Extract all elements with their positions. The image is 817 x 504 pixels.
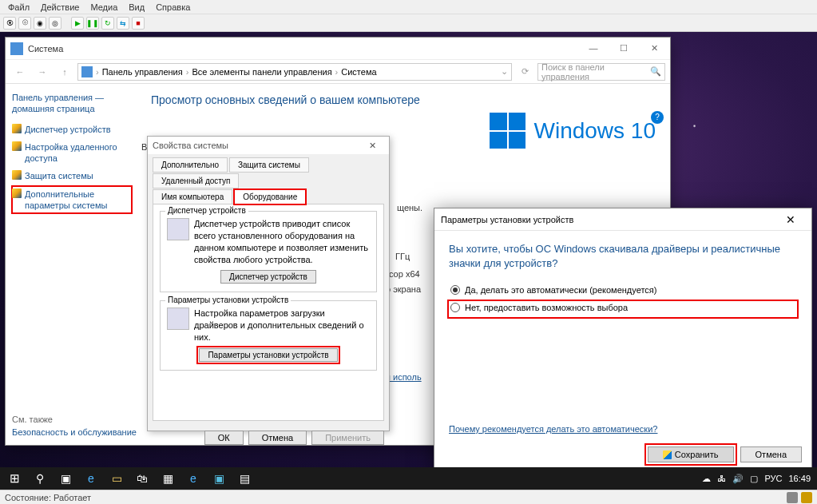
radio-no[interactable]: Нет, предоставить возможность выбора bbox=[449, 301, 797, 317]
app-icon[interactable]: ▦ bbox=[155, 467, 180, 490]
sidebar-security-link[interactable]: Безопасность и обслуживание bbox=[12, 427, 137, 437]
windows-logo-text: Windows 10 bbox=[533, 118, 656, 144]
sidebar-item-remote[interactable]: Настройка удаленного доступа bbox=[12, 139, 132, 167]
volume-icon[interactable]: 🔊 bbox=[732, 474, 744, 484]
install-params-icon bbox=[167, 308, 189, 330]
taskbar[interactable]: ⊞ ⚲ ▣ e ▭ 🛍 ▦ e ▣ ▤ ☁ 🖧 🔊 ▢ РУС 16:49 bbox=[0, 467, 817, 490]
menu-help[interactable]: Справка bbox=[151, 1, 195, 14]
sidebar-item-advanced[interactable]: Дополнительные параметры системы bbox=[12, 186, 132, 214]
ok-button[interactable]: ОК bbox=[204, 431, 244, 445]
why-recommended-link[interactable]: Почему рекомендуется делать это автомати… bbox=[449, 424, 657, 434]
tab-remote[interactable]: Удаленный доступ bbox=[153, 173, 239, 189]
breadcrumb-item[interactable]: Панель управления bbox=[102, 67, 183, 77]
revert-icon[interactable]: ⇆ bbox=[117, 17, 129, 30]
reset-icon[interactable]: ↻ bbox=[101, 17, 114, 30]
menu-action[interactable]: Действие bbox=[36, 1, 84, 14]
explorer-icon[interactable]: ▭ bbox=[104, 467, 129, 490]
window-title: Система bbox=[28, 44, 582, 54]
toolbar-icon[interactable]: ◉ bbox=[34, 17, 46, 30]
cancel-button[interactable]: Отмена bbox=[740, 446, 802, 462]
search-icon[interactable]: ⚲ bbox=[27, 467, 53, 490]
apply-button[interactable]: Применить bbox=[311, 431, 384, 445]
tab-protection[interactable]: Защита системы bbox=[229, 157, 309, 173]
maximize-button[interactable]: ☐ bbox=[613, 43, 635, 54]
radio-no-label: Нет, предоставить возможность выбора bbox=[465, 303, 628, 312]
sidebar-item-protection[interactable]: Защита системы bbox=[12, 168, 132, 184]
close-button[interactable]: ✕ bbox=[360, 141, 384, 151]
dialog-footer: ОК Отмена Применить bbox=[148, 426, 389, 450]
store-icon[interactable]: 🛍 bbox=[129, 467, 155, 490]
cancel-button[interactable]: Отмена bbox=[248, 431, 307, 445]
ie-icon[interactable]: e bbox=[180, 467, 206, 490]
tab-advanced[interactable]: Дополнительно bbox=[153, 157, 228, 173]
start-button[interactable]: ⊞ bbox=[2, 467, 27, 490]
titlebar[interactable]: Система — ☐ ✕ bbox=[6, 38, 670, 60]
dialog-titlebar[interactable]: Свойства системы ✕ bbox=[148, 137, 389, 154]
toolbar-icon[interactable]: ⦿ bbox=[3, 17, 16, 30]
edge-icon[interactable]: e bbox=[78, 467, 104, 490]
dialog-question: Вы хотите, чтобы ОС Windows скачивала др… bbox=[449, 242, 797, 271]
menu-view[interactable]: Вид bbox=[124, 1, 149, 14]
network-icon[interactable]: 🖧 bbox=[717, 474, 726, 483]
breadcrumb[interactable]: › Панель управления › Все элементы панел… bbox=[77, 63, 512, 81]
onedrive-icon[interactable]: ☁ bbox=[702, 474, 711, 484]
menu-file[interactable]: Файл bbox=[3, 1, 34, 14]
group-title: Параметры установки устройств bbox=[165, 296, 291, 304]
app-icon[interactable]: ▣ bbox=[206, 467, 232, 490]
computer-icon bbox=[81, 66, 93, 77]
forward-button[interactable]: → bbox=[33, 62, 52, 81]
group-text: Диспетчер устройств приводит список всег… bbox=[194, 218, 370, 265]
status-icon[interactable] bbox=[787, 492, 798, 503]
search-icon: 🔍 bbox=[650, 66, 661, 77]
nav-toolbar: ← → ↑ › Панель управления › Все элементы… bbox=[6, 60, 670, 84]
pause-icon[interactable]: ❚❚ bbox=[86, 17, 99, 30]
search-placeholder: Поиск в панели управления bbox=[541, 62, 647, 81]
status-value: Работает bbox=[54, 493, 91, 502]
language-indicator[interactable]: РУС bbox=[764, 474, 782, 483]
dialog-title: Параметры установки устройств bbox=[441, 215, 573, 224]
radio-icon bbox=[450, 285, 460, 295]
toolbar-icon[interactable]: ⦾ bbox=[18, 17, 31, 30]
stop-icon[interactable]: ■ bbox=[132, 17, 145, 30]
close-button[interactable]: ✕ bbox=[643, 43, 665, 54]
group-text: Настройка параметров загрузки драйверов … bbox=[194, 308, 370, 343]
notifications-icon[interactable]: ▢ bbox=[750, 474, 758, 484]
refresh-button[interactable]: ⟳ bbox=[515, 62, 534, 81]
task-view-icon[interactable]: ▣ bbox=[53, 467, 78, 490]
minimize-button[interactable]: — bbox=[582, 43, 605, 54]
toolbar-icon[interactable]: ◎ bbox=[49, 17, 61, 30]
tab-panel: Диспетчер устройств Диспетчер устройств … bbox=[153, 204, 384, 421]
status-label: Состояние: bbox=[5, 493, 51, 502]
install-params-button[interactable]: Параметры установки устройств bbox=[199, 348, 337, 362]
breadcrumb-item[interactable]: Все элементы панели управления bbox=[192, 67, 331, 77]
window-icon bbox=[10, 42, 23, 55]
vm-statusbar: Состояние: Работает bbox=[0, 490, 817, 504]
save-button[interactable]: Сохранить bbox=[648, 446, 734, 462]
change-params-link[interactable]: я исполь bbox=[386, 371, 422, 385]
tab-hardware[interactable]: Оборудование bbox=[234, 189, 306, 204]
close-button[interactable]: ✕ bbox=[776, 213, 805, 226]
dialog-footer: Сохранить Отмена bbox=[648, 446, 802, 462]
sidebar-item-device-manager[interactable]: Диспетчер устройств bbox=[12, 121, 132, 137]
app-icon[interactable]: ▤ bbox=[232, 467, 257, 490]
sidebar-home[interactable]: Панель управления — домашняя страница bbox=[12, 92, 132, 115]
radio-yes-label: Да, делать это автоматически (рекомендуе… bbox=[465, 285, 656, 295]
sidebar: Панель управления — домашняя страница Ди… bbox=[6, 84, 138, 445]
system-tray[interactable]: ☁ 🖧 🔊 ▢ РУС 16:49 bbox=[702, 474, 815, 484]
vm-toolbar: ⦿ ⦾ ◉ ◎ ▶ ❚❚ ↻ ⇆ ■ bbox=[0, 14, 817, 32]
menu-media[interactable]: Медиа bbox=[85, 1, 122, 14]
group-install-params: Параметры установки устройств Настройка … bbox=[160, 300, 377, 371]
breadcrumb-item[interactable]: Система bbox=[341, 67, 376, 77]
vm-menubar: Файл Действие Медиа Вид Справка bbox=[0, 0, 817, 14]
back-button[interactable]: ← bbox=[10, 62, 30, 81]
status-lock-icon[interactable] bbox=[801, 492, 812, 503]
start-icon[interactable]: ▶ bbox=[71, 17, 84, 30]
search-input[interactable]: Поиск в панели управления 🔍 bbox=[537, 63, 665, 81]
up-button[interactable]: ↑ bbox=[55, 62, 74, 81]
radio-yes[interactable]: Да, делать это автоматически (рекомендуе… bbox=[449, 284, 797, 296]
device-manager-button[interactable]: Диспетчер устройств bbox=[220, 270, 316, 284]
device-manager-icon bbox=[167, 218, 189, 240]
tab-computer-name[interactable]: Имя компьютера bbox=[153, 189, 232, 204]
dialog-titlebar[interactable]: Параметры установки устройств ✕ bbox=[434, 208, 811, 231]
clock[interactable]: 16:49 bbox=[788, 474, 811, 483]
